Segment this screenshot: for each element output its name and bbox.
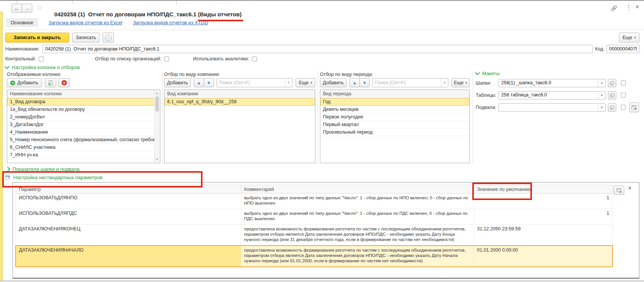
header-footer-indicators-toggle[interactable]: Показатели шапки и подвала: [6, 166, 79, 172]
analytics-checkbox[interactable]: [252, 57, 257, 61]
layout-table-open-button[interactable]: [608, 91, 616, 99]
period-move-down-button[interactable]: ▼: [359, 78, 370, 87]
list-item[interactable]: 5_Номер пенсионного счета (формализованн…: [7, 136, 155, 144]
list-item[interactable]: Произвольный период: [320, 129, 469, 136]
period-list-header[interactable]: Вид периода: [320, 90, 469, 98]
control-checkbox[interactable]: [39, 57, 44, 61]
default-value-column-header[interactable]: Значение по умолчанию: [474, 185, 612, 194]
list-item[interactable]: Первое полугодие: [320, 113, 469, 121]
params-table: Параметр Комментарий Значение по умолчан…: [15, 185, 613, 267]
close-params-panel-icon[interactable]: ×: [628, 185, 631, 192]
copy-link-icon[interactable]: [610, 5, 618, 12]
params-table-header-row: Параметр Комментарий Значение по умолчан…: [16, 185, 612, 194]
period-filter-label: Отбор по виду периода:: [320, 72, 373, 77]
displayed-columns-list-header[interactable]: Наименование колонки: [7, 90, 155, 98]
param-row[interactable]: ДАТАЗАКЛЮЧЕНИЯКОНЕЦпредоставлена возможн…: [16, 225, 612, 246]
company-more-button[interactable]: Еще▾: [296, 78, 315, 87]
layout-table-checkbox[interactable]: [621, 93, 626, 98]
open-window-icon: [5, 175, 10, 180]
list-item[interactable]: Первый квартал: [320, 121, 469, 129]
clear-search-icon[interactable]: ×: [285, 79, 292, 87]
param-row[interactable]: ИСПОЛЬЗОВАТЬДЛЯНПОвыбрать одно из двух з…: [16, 194, 612, 209]
columns-section-toggle[interactable]: Настройка колонок и отборов: [5, 65, 80, 70]
form-settings-button[interactable]: ↕: [103, 33, 114, 43]
param-default-value-cell[interactable]: 1: [474, 194, 612, 209]
company-list-header[interactable]: Вид компании: [165, 90, 315, 98]
scroll-down-icon[interactable]: ▼: [155, 157, 159, 162]
layout-footer-combobox[interactable]: ▾: [498, 103, 606, 112]
displayed-columns-list: Наименование колонки 1_Вид договора1а_Ви…: [7, 90, 160, 163]
company-search-input[interactable]: [217, 79, 285, 87]
custom-params-link[interactable]: Настройка нестандартных параметров: [5, 175, 103, 180]
close-window-icon[interactable]: ×: [635, 3, 639, 11]
tab-load-from-xtdd[interactable]: Загрузка видов отчетов из XTDD: [133, 20, 208, 25]
list-item[interactable]: 1а_Вид обязательств по договору: [7, 106, 155, 113]
param-name-cell[interactable]: ИСПОЛЬЗОВАТЬДЛЯНПО: [16, 194, 241, 209]
forward-button[interactable]: →: [22, 4, 32, 13]
comment-column-header[interactable]: Комментарий: [241, 185, 474, 194]
param-name-cell[interactable]: ИСПОЛЬЗОВАТЬДЛЯПДС: [16, 209, 241, 225]
layout-header-combobox[interactable]: 258(1) _шапка_такс6.0 ▾: [498, 79, 606, 87]
layout-footer-picker-button[interactable]: [629, 102, 639, 112]
company-move-down-button[interactable]: ▼: [204, 78, 214, 87]
clear-search-icon[interactable]: ×: [441, 79, 448, 87]
layout-table-combobox[interactable]: 258 таблица_такс6.0 ▾: [498, 91, 606, 99]
list-item[interactable]: Девять месяцев: [320, 106, 469, 113]
add-column-button[interactable]: + Добавить: [7, 78, 42, 87]
list-item[interactable]: 2_номерДогВкл: [7, 113, 155, 121]
param-default-value-cell[interactable]: 1: [474, 209, 612, 225]
list-item[interactable]: 1_Вид договора: [7, 98, 155, 106]
param-comment-cell[interactable]: предоставлена возможность формирования р…: [241, 246, 474, 267]
param-name-cell[interactable]: ДАТАЗАКЛЮЧЕНИЯНАЧАЛО: [16, 246, 241, 267]
chevron-down-icon[interactable]: ▾: [598, 79, 605, 87]
period-search-input[interactable]: [373, 79, 441, 87]
name-input[interactable]: [43, 45, 593, 53]
name-label: Наименование:: [5, 46, 40, 52]
tabs-separator: [3, 30, 644, 30]
layout-footer-checkbox[interactable]: [621, 105, 626, 110]
period-more-button[interactable]: Еще▾: [451, 78, 470, 87]
tab-load-from-excel[interactable]: Загрузка видов отчетов из Excel: [49, 20, 122, 25]
tab-main[interactable]: Основное: [6, 18, 38, 27]
param-default-value-cell[interactable]: 01.01.2000 0:00:00: [474, 246, 612, 267]
list-item[interactable]: Год: [320, 98, 469, 106]
back-button[interactable]: ←: [11, 4, 22, 13]
save-and-close-button[interactable]: Записать и закрыть: [5, 33, 69, 43]
chevron-down-icon[interactable]: ▾: [598, 104, 605, 111]
list-item[interactable]: 6.1_nso_npf_q_30d/y_90d__258: [165, 98, 315, 106]
delete-column-button[interactable]: ×: [59, 78, 70, 87]
list-item[interactable]: 7_ИНН уч-ка: [7, 151, 155, 159]
scrollbar-thumb[interactable]: [155, 96, 159, 112]
scroll-up-icon[interactable]: ▲: [155, 91, 159, 96]
param-comment-cell[interactable]: предоставлена возможность формирования р…: [241, 225, 474, 246]
param-column-header[interactable]: Параметр: [16, 185, 241, 194]
period-add-button[interactable]: Добавить: [320, 78, 347, 87]
org-filter-checkbox[interactable]: [164, 57, 169, 61]
company-add-button[interactable]: Добавить: [164, 78, 191, 87]
param-default-value-cell[interactable]: 31.12.2050 23:59:59: [474, 225, 612, 246]
scrollbar[interactable]: ▲ ▼: [154, 90, 160, 162]
copy-column-button[interactable]: [45, 78, 56, 87]
list-item[interactable]: 6_СНИЛС участника: [7, 144, 155, 151]
list-item[interactable]: 3_ДатаЗаклДог: [7, 121, 155, 129]
company-move-up-button[interactable]: ▲: [194, 78, 204, 87]
params-settings-button[interactable]: [614, 186, 624, 195]
favorite-star-icon[interactable]: ☆: [36, 3, 43, 12]
layout-header-checkbox[interactable]: [621, 80, 626, 85]
code-input[interactable]: [606, 45, 640, 53]
kebab-menu-icon[interactable]: ⋮: [625, 3, 632, 11]
layouts-section-toggle[interactable]: Макеты: [476, 71, 500, 76]
arrow-down-icon: ▼: [362, 80, 367, 85]
layout-footer-open-button[interactable]: [608, 103, 616, 112]
layout-header-open-button[interactable]: [608, 79, 616, 87]
param-row[interactable]: ДАТАЗАКЛЮЧЕНИЯНАЧАЛОпредоставлена возмож…: [16, 246, 612, 267]
param-comment-cell[interactable]: выбрать одно из двух значений по типу да…: [241, 194, 474, 209]
save-button[interactable]: Записать: [72, 33, 100, 43]
chevron-down-icon[interactable]: ▾: [598, 91, 605, 99]
param-row[interactable]: ИСПОЛЬЗОВАТЬДЛЯПДСвыбрать одно из двух з…: [16, 209, 612, 225]
period-move-up-button[interactable]: ▲: [350, 78, 360, 87]
more-actions-button[interactable]: Еще▾: [619, 33, 639, 43]
param-name-cell[interactable]: ДАТАЗАКЛЮЧЕНИЯКОНЕЦ: [16, 225, 241, 246]
param-comment-cell[interactable]: выбрать одно из двух значений по типу да…: [241, 209, 474, 225]
list-item[interactable]: 4_Наименование: [7, 129, 155, 136]
